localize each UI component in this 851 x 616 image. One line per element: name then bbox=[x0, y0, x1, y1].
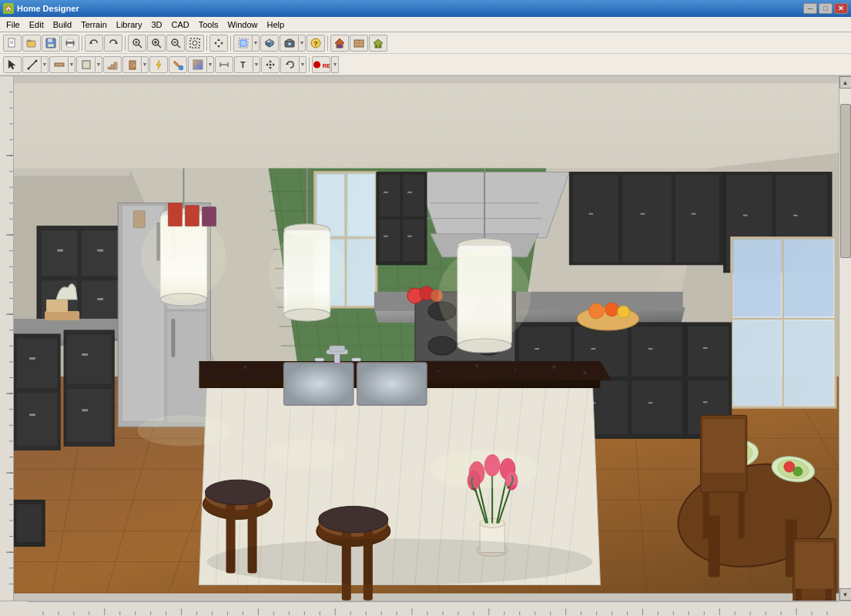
canvas-area[interactable] bbox=[14, 76, 839, 601]
menu-cad[interactable]: CAD bbox=[166, 18, 193, 31]
svg-rect-57 bbox=[114, 62, 117, 69]
menu-help[interactable]: Help bbox=[263, 18, 290, 31]
svg-point-52 bbox=[35, 59, 37, 62]
separator-6 bbox=[309, 57, 310, 72]
svg-rect-213 bbox=[588, 213, 593, 215]
menu-3d[interactable]: 3D bbox=[146, 18, 166, 31]
svg-rect-173 bbox=[16, 338, 58, 388]
menu-build[interactable]: Build bbox=[49, 18, 76, 31]
svg-point-245 bbox=[605, 303, 618, 316]
new-button[interactable] bbox=[3, 35, 22, 52]
print-button[interactable] bbox=[61, 35, 79, 52]
camera-button[interactable] bbox=[280, 35, 298, 52]
svg-point-73 bbox=[313, 61, 320, 68]
rec-button[interactable]: REC bbox=[312, 56, 330, 73]
scroll-down-button[interactable]: ▼ bbox=[839, 588, 852, 601]
svg-point-316 bbox=[141, 215, 226, 300]
scroll-up-button[interactable]: ▲ bbox=[839, 76, 852, 89]
rec-dropdown-arrow[interactable]: ▼ bbox=[331, 56, 339, 73]
menu-edit[interactable]: Edit bbox=[25, 18, 49, 31]
text-dropdown-arrow[interactable]: ▼ bbox=[253, 56, 260, 73]
svg-rect-351 bbox=[826, 589, 832, 601]
svg-rect-342 bbox=[709, 515, 720, 577]
close-button[interactable]: ✕ bbox=[834, 3, 848, 14]
menu-window[interactable]: Window bbox=[223, 18, 262, 31]
text-button[interactable]: T bbox=[234, 56, 253, 73]
menu-file[interactable]: File bbox=[2, 18, 25, 31]
svg-rect-346 bbox=[703, 492, 709, 538]
svg-marker-196 bbox=[415, 172, 569, 238]
room-dropdown-arrow[interactable]: ▼ bbox=[95, 56, 102, 73]
material-button[interactable] bbox=[188, 56, 206, 73]
camera-dropdown-arrow[interactable]: ▼ bbox=[298, 35, 306, 52]
draw-dropdown-arrow[interactable]: ▼ bbox=[41, 56, 49, 73]
svg-text:T: T bbox=[240, 60, 246, 69]
svg-rect-203 bbox=[379, 219, 400, 262]
help-button[interactable]: ? bbox=[307, 35, 325, 52]
stair-button[interactable] bbox=[103, 56, 122, 73]
separator-3 bbox=[206, 35, 207, 51]
svg-rect-220 bbox=[793, 215, 798, 216]
svg-rect-331 bbox=[45, 311, 79, 320]
zoom-out-button[interactable] bbox=[166, 35, 185, 52]
house-button[interactable] bbox=[330, 35, 349, 52]
minimize-button[interactable]: ─ bbox=[803, 3, 817, 14]
svg-rect-167 bbox=[97, 249, 103, 252]
draw-button[interactable] bbox=[22, 56, 41, 73]
wall-button[interactable] bbox=[49, 56, 68, 73]
svg-rect-202 bbox=[403, 175, 424, 217]
scroll-thumb[interactable] bbox=[840, 104, 851, 258]
walk-button[interactable] bbox=[369, 35, 387, 52]
maximize-button[interactable]: □ bbox=[819, 3, 833, 14]
arrow-select-button[interactable] bbox=[3, 56, 22, 73]
svg-point-356 bbox=[205, 480, 270, 504]
door-button[interactable] bbox=[122, 56, 141, 73]
svg-point-287 bbox=[437, 370, 440, 373]
camera-dropdown: ▼ bbox=[280, 35, 306, 52]
separator-2 bbox=[125, 35, 126, 51]
select-dropdown-arrow[interactable]: ▼ bbox=[252, 35, 260, 52]
rotate-button[interactable] bbox=[280, 56, 299, 73]
dimension-button[interactable] bbox=[215, 56, 233, 73]
menu-terrain[interactable]: Terrain bbox=[76, 18, 112, 31]
redo-button[interactable] bbox=[104, 35, 122, 52]
wall-dropdown-arrow[interactable]: ▼ bbox=[68, 56, 75, 73]
transform-dropdown-arrow[interactable]: ▼ bbox=[299, 56, 307, 73]
room-button[interactable] bbox=[76, 56, 95, 73]
svg-line-22 bbox=[177, 45, 180, 48]
svg-rect-6 bbox=[48, 38, 52, 42]
menu-library[interactable]: Library bbox=[112, 18, 147, 31]
svg-point-59 bbox=[133, 65, 135, 66]
open-button[interactable] bbox=[22, 35, 41, 52]
floor-button[interactable] bbox=[350, 35, 368, 52]
zoom-fit-button[interactable] bbox=[128, 35, 146, 52]
menu-tools[interactable]: Tools bbox=[194, 18, 223, 31]
svg-rect-214 bbox=[641, 213, 645, 215]
move-button[interactable] bbox=[261, 56, 280, 73]
scroll-track[interactable] bbox=[839, 89, 852, 588]
save-button[interactable] bbox=[42, 35, 60, 52]
select-all-button[interactable] bbox=[233, 35, 252, 52]
right-scrollbar: ▲ ▼ bbox=[839, 76, 851, 601]
pan-button[interactable] bbox=[209, 35, 228, 52]
material-dropdown-arrow[interactable]: ▼ bbox=[206, 56, 214, 73]
svg-rect-42 bbox=[338, 45, 341, 48]
svg-rect-328 bbox=[185, 206, 199, 226]
room-dropdown: ▼ bbox=[76, 56, 102, 73]
undo-button[interactable] bbox=[85, 35, 103, 52]
svg-marker-70 bbox=[273, 63, 275, 66]
svg-point-25 bbox=[193, 41, 197, 45]
app-title: Home Designer bbox=[17, 4, 803, 13]
svg-marker-67 bbox=[269, 60, 272, 62]
electric-button[interactable] bbox=[149, 56, 168, 73]
svg-line-50 bbox=[28, 61, 36, 69]
3d-view-button[interactable] bbox=[260, 35, 279, 52]
zoom-in-button[interactable] bbox=[147, 35, 166, 52]
door-dropdown: ▼ bbox=[122, 56, 149, 73]
door-dropdown-arrow[interactable]: ▼ bbox=[141, 56, 149, 73]
paint-bucket-button[interactable] bbox=[169, 56, 187, 73]
svg-rect-55 bbox=[108, 67, 111, 69]
zoom-box-button[interactable] bbox=[186, 35, 204, 52]
svg-point-244 bbox=[588, 303, 604, 319]
svg-rect-258 bbox=[688, 326, 729, 377]
